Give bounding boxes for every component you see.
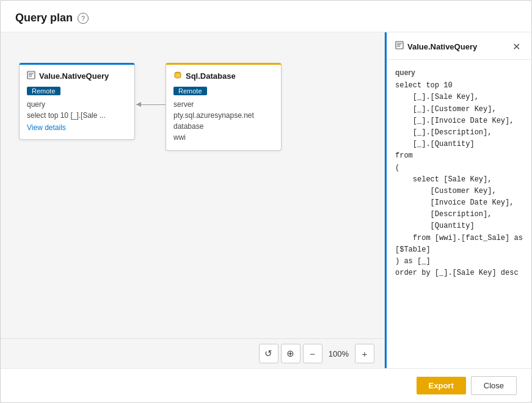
zoom-out-button[interactable]: − (303, 344, 322, 363)
dialog-footer: Export Close (1, 368, 531, 402)
panel-content: query select top 10 [_].[Sale Key], [_].… (387, 60, 531, 368)
field-database-value: wwi (173, 133, 186, 142)
field-database-label: database (173, 122, 203, 131)
canvas-area: Value.NativeQuery Remote query select to… (1, 32, 385, 368)
panel-code: select top 10 [_].[Sale Key], [_].[Custo… (395, 80, 523, 279)
right-panel: Value.NativeQuery ✕ query select top 10 … (385, 32, 531, 368)
node-left-meta: query select top 10 [_].[Sale ... (27, 99, 127, 121)
panel-section-label: query (395, 67, 523, 79)
canvas-toolbar: ↺ ⊕ − 100% + (1, 338, 384, 368)
node-card-native-query: Value.NativeQuery Remote query select to… (19, 63, 135, 140)
panel-close-button[interactable]: ✕ (509, 40, 523, 53)
field-server-label: server (173, 100, 194, 109)
node-left-title: Value.NativeQuery (39, 71, 109, 81)
help-icon[interactable]: ? (78, 13, 89, 24)
close-button[interactable]: Close (471, 376, 517, 395)
sql-database-icon (173, 71, 182, 81)
crosshair-button[interactable]: ⊕ (281, 344, 301, 363)
panel-header: Value.NativeQuery ✕ (387, 32, 531, 60)
native-query-icon (27, 71, 35, 81)
dialog-body: Value.NativeQuery Remote query select to… (1, 32, 531, 368)
dialog-header: Query plan ? (1, 1, 531, 32)
node-left-meta-value: select top 10 [_].[Sale ... (27, 111, 106, 120)
canvas-content: Value.NativeQuery Remote query select to… (1, 32, 384, 338)
export-button[interactable]: Export (417, 377, 466, 394)
field-server-value: pty.sql.azuresynapse.net (173, 111, 254, 120)
node-left-meta-label: query (27, 100, 45, 109)
node-left-badge: Remote (27, 87, 60, 95)
node-right-meta: server pty.sql.azuresynapse.net database… (173, 99, 274, 143)
zoom-level: 100% (325, 349, 352, 358)
node-right-badge: Remote (173, 87, 207, 95)
arrow-line (136, 104, 166, 105)
node-right-title: Sql.Database (186, 71, 236, 81)
arrow-connector (136, 104, 166, 105)
query-plan-dialog: Query plan ? (0, 0, 532, 403)
panel-icon (395, 41, 404, 52)
view-details-link[interactable]: View details (27, 123, 127, 132)
panel-title: Value.NativeQuery (407, 42, 477, 51)
zoom-in-button[interactable]: + (355, 344, 374, 363)
node-card-sql-database: Sql.Database Remote server pty.sql.azure… (166, 63, 282, 151)
undo-button[interactable]: ↺ (259, 344, 279, 363)
dialog-title: Query plan (15, 12, 73, 24)
